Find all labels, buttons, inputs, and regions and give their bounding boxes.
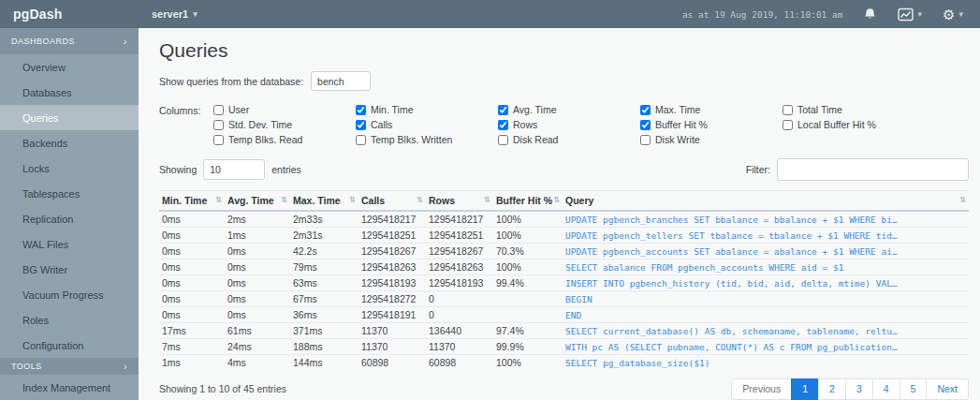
column-header-avg-time[interactable]: Avg. Time⇅ [225, 191, 290, 212]
sort-icon: ⇅ [553, 195, 560, 204]
table-cell: 17ms [159, 323, 225, 339]
sidebar-item-queries[interactable]: Queries [0, 105, 139, 130]
column-checkbox-buffer-hit[interactable] [640, 120, 651, 130]
server-selector[interactable]: server1 ▾ [139, 8, 197, 20]
sidebar-item-databases[interactable]: Databases [0, 80, 139, 105]
notifications-button[interactable] [863, 7, 877, 22]
chart-icon [898, 7, 914, 22]
query-cell[interactable]: UPDATE pgbench_accounts SET abalance = a… [563, 244, 969, 259]
column-header-label: Calls [361, 195, 385, 206]
page-button-2[interactable]: 2 [818, 378, 846, 400]
table-cell: 60898 [426, 355, 493, 371]
page-button-previous[interactable]: Previous [731, 378, 792, 400]
query-cell[interactable]: SELECT pg_database_size($1) [563, 355, 969, 371]
column-option-calls: Calls [356, 119, 498, 130]
column-header-calls[interactable]: Calls⇅ [358, 191, 426, 212]
column-option-min-time: Min. Time [356, 104, 498, 115]
chevron-down-icon: ▾ [917, 9, 922, 19]
page-button-3[interactable]: 3 [845, 378, 873, 400]
sidebar-item-backends[interactable]: Backends [0, 130, 139, 156]
table-cell: 100% [493, 211, 563, 228]
column-checkbox-user[interactable] [213, 105, 224, 115]
table-cell: 1295418191 [358, 307, 426, 323]
page-button-5[interactable]: 5 [900, 378, 928, 400]
table-cell: 371ms [290, 323, 358, 339]
table-cell: 24ms [225, 339, 290, 355]
sidebar-item-roles[interactable]: Roles [0, 307, 139, 333]
sidebar-item-index-management[interactable]: Index Management [0, 375, 139, 400]
page-button-4[interactable]: 4 [872, 378, 900, 400]
filter-input[interactable] [777, 158, 969, 181]
table-cell: 67ms [290, 291, 358, 307]
page-button-1[interactable]: 1 [791, 378, 819, 400]
column-header-rows[interactable]: Rows⇅ [426, 191, 493, 212]
table-cell: 1295418251 [358, 228, 426, 244]
column-header-max-time[interactable]: Max. Time⇅ [290, 191, 358, 212]
query-cell[interactable]: BEGIN [563, 291, 969, 307]
table-cell: 1295418267 [358, 244, 426, 259]
column-option-rows: Rows [498, 119, 640, 130]
table-cell: 1295418267 [426, 244, 493, 259]
table-cell: 1295418193 [426, 275, 493, 291]
query-cell[interactable]: UPDATE pgbench_tellers SET tbalance = tb… [563, 228, 969, 244]
column-option-label: Avg. Time [513, 104, 557, 115]
column-option-label: Temp Blks. Written [371, 134, 452, 145]
sidebar-item-overview[interactable]: Overview [0, 54, 139, 80]
sidebar-section-dashboards[interactable]: DASHBOARDS› [0, 28, 139, 54]
chevron-down-icon: ▾ [193, 9, 197, 19]
table-cell: 0ms [159, 211, 225, 228]
settings-menu-button[interactable]: ⚙ ▾ [943, 7, 963, 22]
table-cell: 1295418272 [358, 291, 426, 307]
column-checkbox-local-buffer-hit[interactable] [783, 120, 793, 130]
sidebar-item-wal-files[interactable]: WAL Files [0, 231, 139, 257]
column-header-label: Buffer Hit % [496, 195, 552, 206]
column-checkbox-temp-blks-read[interactable] [213, 135, 224, 145]
column-option-label: Rows [513, 119, 537, 130]
table-cell: 60898 [358, 355, 426, 371]
sidebar-item-locks[interactable]: Locks [0, 156, 139, 181]
column-checkbox-disk-write[interactable] [640, 135, 651, 145]
query-cell[interactable]: SELECT abalance FROM pgbench_accounts WH… [563, 259, 969, 275]
column-checkbox-calls[interactable] [356, 120, 366, 130]
column-header-query[interactable]: Query⇅ [563, 191, 969, 212]
sidebar-section-tools[interactable]: TOOLS› [0, 358, 139, 375]
column-option-local-buffer-hit: Local Buffer Hit % [783, 119, 925, 130]
column-option-label: Buffer Hit % [655, 119, 708, 130]
column-checkbox-min-time[interactable] [356, 105, 366, 115]
sidebar-item-tablespaces[interactable]: Tablespaces [0, 181, 139, 206]
sidebar-item-replication[interactable]: Replication [0, 206, 139, 231]
query-cell[interactable]: INSERT INTO pgbench_history (tid, bid, a… [563, 275, 969, 291]
column-checkbox-total-time[interactable] [783, 105, 793, 115]
column-checkbox-max-time[interactable] [640, 105, 651, 115]
column-checkbox-disk-read[interactable] [498, 135, 508, 145]
column-option-label: Total Time [797, 104, 842, 115]
query-cell[interactable]: SELECT current_database() AS db, scheman… [563, 323, 969, 339]
column-header-min-time[interactable]: Min. Time⇅ [159, 191, 225, 212]
sidebar-item-bg-writer[interactable]: BG Writer [0, 257, 139, 282]
sidebar-item-configuration[interactable]: Configuration [0, 333, 139, 358]
sort-icon: ⇅ [417, 195, 423, 204]
table-cell: 1ms [159, 355, 225, 371]
column-checkbox-rows[interactable] [498, 120, 508, 130]
app-logo: pgDash [0, 7, 139, 22]
charts-menu-button[interactable]: ▾ [898, 7, 922, 22]
column-option-label: Std. Dev. Time [228, 119, 292, 130]
query-cell[interactable]: UPDATE pgbench_branches SET bbalance = b… [563, 211, 969, 228]
table-row: 0ms0ms36ms12954181910END [159, 307, 969, 323]
table-cell: 0ms [159, 291, 225, 307]
column-checkbox-group: Total TimeLocal Buffer Hit % [783, 104, 925, 145]
database-input[interactable] [311, 71, 371, 91]
table-cell: 1295418217 [358, 211, 426, 228]
query-cell[interactable]: WITH pc AS (SELECT pubname, COUNT(*) AS … [563, 339, 969, 355]
column-checkbox-avg-time[interactable] [498, 105, 508, 115]
table-cell: 0ms [159, 259, 225, 275]
sidebar-item-vacuum-progress[interactable]: Vacuum Progress [0, 282, 139, 307]
entries-count-input[interactable] [203, 159, 265, 180]
timestamp: as at 19 Aug 2019, 11:10:01 am [682, 9, 843, 20]
column-checkbox-temp-blks-written[interactable] [356, 135, 366, 145]
column-checkbox-std-dev-time[interactable] [213, 120, 224, 130]
table-cell: 0ms [159, 307, 225, 323]
page-button-next[interactable]: Next [926, 378, 969, 400]
column-header-buffer-hit[interactable]: Buffer Hit %⇅ [493, 191, 563, 212]
query-cell[interactable]: END [563, 307, 969, 323]
